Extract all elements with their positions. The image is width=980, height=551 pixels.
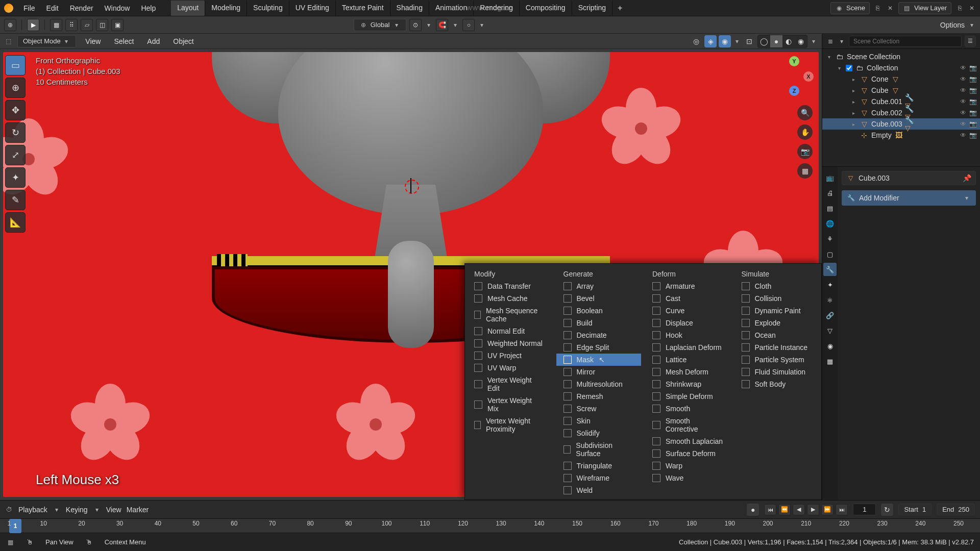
hdr-select[interactable]: Select [110, 35, 138, 47]
tab-texture-paint[interactable]: Texture Paint [336, 1, 390, 16]
eye-icon[interactable]: 👁 [960, 76, 966, 83]
ptab-scene[interactable]: 🌐 [823, 217, 837, 230]
outliner-item-cube002[interactable]: ▸▽Cube.002🔧▽👁📷 [822, 107, 980, 118]
solid-icon[interactable]: ● [770, 35, 782, 47]
mod-shrinkwrap[interactable]: Shrinkwrap [645, 378, 730, 390]
mod-edge-split[interactable]: Edge Split [556, 341, 642, 354]
mod-mesh-seq-cache[interactable]: Mesh Sequence Cache [467, 305, 552, 325]
new-scene-icon[interactable]: ⎘ [874, 4, 882, 12]
gizmo-y[interactable]: Y [789, 56, 799, 66]
mod-dynamic-paint[interactable]: Dynamic Paint [734, 305, 820, 317]
mod-ocean[interactable]: Ocean [734, 329, 820, 341]
ptab-render[interactable]: 📺 [823, 171, 837, 184]
pan-icon[interactable]: ✋ [797, 124, 813, 140]
ptab-constraints[interactable]: 🔗 [823, 309, 837, 322]
mod-uv-project[interactable]: UV Project [467, 349, 552, 362]
overlay-toggle-icon[interactable]: ◉ [719, 35, 731, 47]
material-icon[interactable]: ◐ [782, 35, 795, 47]
mod-array[interactable]: Array [556, 280, 642, 292]
tab-compositing[interactable]: Compositing [520, 1, 572, 16]
ptab-physics[interactable]: ⚛ [823, 293, 837, 307]
gizmo-z[interactable]: Z [789, 86, 799, 96]
tab-shading[interactable]: Shading [390, 1, 429, 16]
nav-gizmo[interactable]: Y X Z [774, 56, 815, 97]
mod-particle-system[interactable]: Particle System [734, 354, 820, 366]
pivot-icon[interactable]: ⊙ [409, 19, 422, 31]
loop-icon[interactable]: ↻ [881, 504, 893, 516]
mod-particle-instance[interactable]: Particle Instance [734, 341, 820, 354]
menu-edit[interactable]: Edit [41, 1, 64, 15]
eye-icon[interactable]: 👁 [960, 64, 966, 71]
mod-screw[interactable]: Screw [556, 403, 642, 415]
timeline-type-icon[interactable]: ⏱ [5, 506, 13, 514]
persp-icon[interactable]: ▦ [797, 163, 813, 179]
mod-uv-warp[interactable]: UV Warp [467, 362, 552, 374]
tab-scripting[interactable]: Scripting [572, 1, 612, 16]
render-icon[interactable]: 📷 [969, 64, 977, 71]
menu-window[interactable]: Window [100, 1, 135, 15]
snap-edge-icon[interactable]: ▱ [81, 19, 93, 31]
outliner-type-icon[interactable]: ≣ [826, 37, 835, 45]
snap-face-icon[interactable]: ◫ [96, 19, 108, 31]
mod-subsurf[interactable]: Subdivision Surface [556, 439, 642, 460]
mod-warp[interactable]: Warp [645, 460, 730, 472]
chevron-down-icon[interactable]: ▾ [838, 37, 846, 45]
end-frame-field[interactable]: End250 [937, 504, 975, 515]
snap-volume-icon[interactable]: ▣ [111, 19, 124, 31]
ptab-viewlayer[interactable]: ▤ [823, 202, 837, 215]
mod-weighted-normal[interactable]: Weighted Normal [467, 337, 552, 349]
outliner-item-cone[interactable]: ▸▽Cone▽👁📷 [822, 73, 980, 85]
delete-layer-icon[interactable]: ✕ [968, 4, 976, 12]
mod-decimate[interactable]: Decimate [556, 329, 642, 341]
mod-smooth[interactable]: Smooth [645, 403, 730, 415]
start-frame-field[interactable]: Start1 [898, 504, 932, 515]
gizmo-x[interactable]: X [803, 71, 814, 82]
ptab-object[interactable]: ▢ [823, 247, 837, 261]
rendered-icon[interactable]: ◉ [795, 35, 807, 47]
snap-vertex-icon[interactable]: ⠿ [65, 19, 78, 31]
tl-marker[interactable]: Marker [127, 506, 149, 514]
mod-multires[interactable]: Multiresolution [556, 378, 642, 390]
menu-file[interactable]: File [18, 1, 40, 15]
auto-key-icon[interactable]: ● [747, 504, 759, 516]
tool-move[interactable]: ✥ [5, 100, 26, 120]
tool-transform[interactable]: ✦ [5, 167, 26, 188]
3d-viewport[interactable]: Front Orthographic (1) Collection | Cube… [0, 49, 822, 500]
selectability-icon[interactable]: ◎ [690, 35, 702, 47]
snap-toggle-icon[interactable]: 🧲 [436, 19, 448, 31]
mod-mirror[interactable]: Mirror [556, 366, 642, 378]
play-reverse-icon[interactable]: ◀ [793, 504, 805, 515]
menu-render[interactable]: Render [65, 1, 99, 15]
render-icon[interactable]: 📷 [969, 76, 977, 83]
pin-icon[interactable]: 📌 [963, 174, 971, 182]
proportional-icon[interactable]: ○ [462, 19, 475, 31]
coll-checkbox[interactable] [846, 65, 852, 71]
play-icon[interactable]: ▶ [807, 504, 819, 515]
mod-hook[interactable]: Hook [645, 329, 730, 341]
options-label[interactable]: Options [940, 21, 965, 29]
mod-vweight-mix[interactable]: Vertex Weight Mix [467, 394, 552, 415]
ptab-material[interactable]: ◉ [823, 339, 837, 353]
mod-curve[interactable]: Curve [645, 305, 730, 317]
mod-wave[interactable]: Wave [645, 472, 730, 484]
mod-surface-deform[interactable]: Surface Deform [645, 447, 730, 460]
ptab-particles[interactable]: ✦ [823, 278, 837, 291]
mod-armature[interactable]: Armature [645, 280, 730, 292]
mod-wireframe[interactable]: Wireframe [556, 472, 642, 484]
filter-icon[interactable]: ☰ [965, 36, 976, 47]
mod-lattice[interactable]: Lattice [645, 354, 730, 366]
tool-rotate[interactable]: ↻ [5, 122, 26, 143]
tab-sculpting[interactable]: Sculpting [247, 1, 289, 16]
mod-fluid-sim[interactable]: Fluid Simulation [734, 366, 820, 378]
add-workspace-button[interactable]: + [612, 1, 627, 16]
mod-laplacian-deform[interactable]: Laplacian Deform [645, 341, 730, 354]
mod-simple-deform[interactable]: Simple Deform [645, 390, 730, 403]
select-tool-icon[interactable]: ▶ [27, 19, 39, 31]
outliner-item-cube[interactable]: ▸▽Cube▽👁📷 [822, 85, 980, 96]
outliner-item-empty[interactable]: ⊹Empty🖼👁📷 [822, 130, 980, 141]
tool-scale[interactable]: ⤢ [5, 145, 26, 165]
tool-select-box[interactable]: ▭ [5, 55, 26, 76]
outliner-item-cube001[interactable]: ▸▽Cube.001🔧▽👁📷 [822, 96, 980, 107]
current-frame-field[interactable]: 1 [853, 504, 876, 515]
mod-normal-edit[interactable]: Normal Edit [467, 325, 552, 337]
